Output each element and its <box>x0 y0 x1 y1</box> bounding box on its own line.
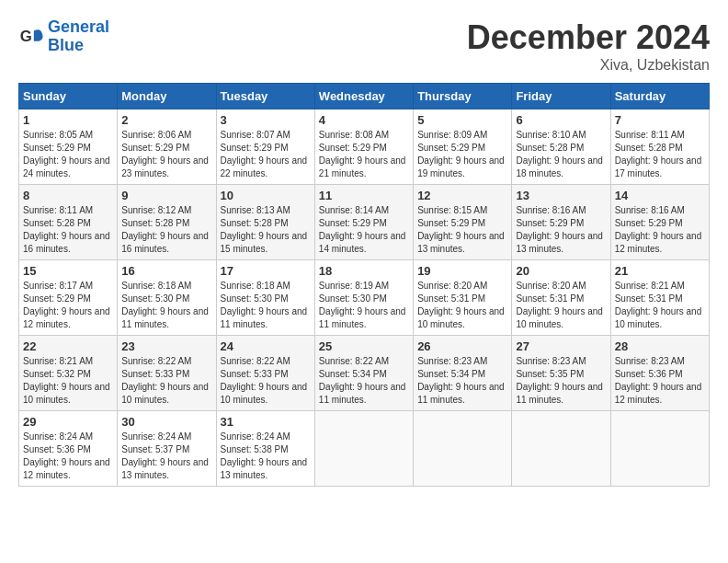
day-number: 11 <box>319 189 409 202</box>
day-number: 22 <box>23 339 113 353</box>
calendar-cell: 15 Sunrise: 8:17 AMSunset: 5:29 PMDaylig… <box>19 260 118 336</box>
calendar-cell: 22 Sunrise: 8:21 AMSunset: 5:32 PMDaylig… <box>19 336 118 411</box>
calendar-cell: 28 Sunrise: 8:23 AMSunset: 5:36 PMDaylig… <box>610 336 709 411</box>
day-info: Sunrise: 8:23 AMSunset: 5:35 PMDaylight:… <box>516 355 606 407</box>
calendar-cell: 20 Sunrise: 8:20 AMSunset: 5:31 PMDaylig… <box>512 260 610 336</box>
day-number: 19 <box>417 264 507 278</box>
calendar-cell: 24 Sunrise: 8:22 AMSunset: 5:33 PMDaylig… <box>216 336 314 411</box>
day-number: 20 <box>516 264 606 278</box>
calendar-cell: 7 Sunrise: 8:11 AMSunset: 5:28 PMDayligh… <box>610 109 709 185</box>
calendar-cell: 23 Sunrise: 8:22 AMSunset: 5:33 PMDaylig… <box>118 336 216 411</box>
day-info: Sunrise: 8:20 AMSunset: 5:31 PMDaylight:… <box>417 280 507 331</box>
day-number: 3 <box>221 113 311 127</box>
calendar-cell: 12 Sunrise: 8:15 AMSunset: 5:29 PMDaylig… <box>414 185 512 260</box>
day-info: Sunrise: 8:06 AMSunset: 5:29 PMDaylight:… <box>121 129 211 180</box>
day-info: Sunrise: 8:22 AMSunset: 5:34 PMDaylight:… <box>319 355 409 407</box>
title-area: December 2024 Xiva, Uzbekistan <box>467 18 710 74</box>
location-title: Xiva, Uzbekistan <box>467 57 710 74</box>
day-info: Sunrise: 8:16 AMSunset: 5:29 PMDaylight:… <box>516 204 606 256</box>
day-info: Sunrise: 8:11 AMSunset: 5:28 PMDaylight:… <box>615 129 705 180</box>
day-number: 26 <box>417 339 507 353</box>
month-title: December 2024 <box>467 18 710 57</box>
calendar-cell: 6 Sunrise: 8:10 AMSunset: 5:28 PMDayligh… <box>512 109 610 185</box>
day-info: Sunrise: 8:09 AMSunset: 5:29 PMDaylight:… <box>417 129 507 180</box>
col-header-wednesday: Wednesday <box>314 84 413 109</box>
day-info: Sunrise: 8:05 AMSunset: 5:29 PMDaylight:… <box>23 129 113 180</box>
day-number: 10 <box>221 189 311 202</box>
calendar-cell: 29 Sunrise: 8:24 AMSunset: 5:36 PMDaylig… <box>19 411 118 487</box>
logo-text: General Blue <box>48 18 109 55</box>
day-number: 13 <box>516 189 606 202</box>
day-info: Sunrise: 8:23 AMSunset: 5:34 PMDaylight:… <box>417 355 507 407</box>
calendar-cell: 19 Sunrise: 8:20 AMSunset: 5:31 PMDaylig… <box>414 260 512 336</box>
day-number: 18 <box>319 264 409 278</box>
day-number: 21 <box>615 264 705 278</box>
day-info: Sunrise: 8:24 AMSunset: 5:38 PMDaylight:… <box>221 431 311 482</box>
day-number: 27 <box>516 339 606 353</box>
calendar-cell <box>314 411 413 487</box>
col-header-friday: Friday <box>512 84 610 109</box>
day-info: Sunrise: 8:18 AMSunset: 5:30 PMDaylight:… <box>121 280 211 331</box>
calendar-week-1: 1 Sunrise: 8:05 AMSunset: 5:29 PMDayligh… <box>19 109 710 185</box>
day-number: 12 <box>417 189 507 202</box>
calendar-cell: 1 Sunrise: 8:05 AMSunset: 5:29 PMDayligh… <box>19 109 118 185</box>
day-info: Sunrise: 8:08 AMSunset: 5:29 PMDaylight:… <box>319 129 409 180</box>
calendar-week-4: 22 Sunrise: 8:21 AMSunset: 5:32 PMDaylig… <box>19 336 710 411</box>
calendar-cell <box>512 411 610 487</box>
col-header-tuesday: Tuesday <box>216 84 314 109</box>
day-info: Sunrise: 8:22 AMSunset: 5:33 PMDaylight:… <box>121 355 211 407</box>
logo: G General Blue <box>18 18 109 55</box>
day-info: Sunrise: 8:19 AMSunset: 5:30 PMDaylight:… <box>319 280 409 331</box>
calendar-cell: 10 Sunrise: 8:13 AMSunset: 5:28 PMDaylig… <box>216 185 314 260</box>
day-info: Sunrise: 8:23 AMSunset: 5:36 PMDaylight:… <box>615 355 705 407</box>
day-number: 2 <box>121 113 211 127</box>
calendar-cell: 18 Sunrise: 8:19 AMSunset: 5:30 PMDaylig… <box>314 260 413 336</box>
day-info: Sunrise: 8:16 AMSunset: 5:29 PMDaylight:… <box>615 204 705 256</box>
calendar-cell: 26 Sunrise: 8:23 AMSunset: 5:34 PMDaylig… <box>414 336 512 411</box>
calendar-cell: 11 Sunrise: 8:14 AMSunset: 5:29 PMDaylig… <box>314 185 413 260</box>
day-number: 29 <box>23 415 113 429</box>
day-number: 7 <box>615 113 705 127</box>
day-number: 8 <box>23 189 113 202</box>
day-info: Sunrise: 8:15 AMSunset: 5:29 PMDaylight:… <box>417 204 507 256</box>
day-info: Sunrise: 8:22 AMSunset: 5:33 PMDaylight:… <box>221 355 311 407</box>
day-info: Sunrise: 8:13 AMSunset: 5:28 PMDaylight:… <box>221 204 311 256</box>
day-number: 30 <box>121 415 211 429</box>
calendar-cell: 13 Sunrise: 8:16 AMSunset: 5:29 PMDaylig… <box>512 185 610 260</box>
calendar-week-5: 29 Sunrise: 8:24 AMSunset: 5:36 PMDaylig… <box>19 411 710 487</box>
calendar-cell: 25 Sunrise: 8:22 AMSunset: 5:34 PMDaylig… <box>314 336 413 411</box>
day-info: Sunrise: 8:24 AMSunset: 5:36 PMDaylight:… <box>23 431 113 482</box>
day-info: Sunrise: 8:21 AMSunset: 5:31 PMDaylight:… <box>615 280 705 331</box>
col-header-monday: Monday <box>118 84 216 109</box>
day-number: 14 <box>615 189 705 202</box>
day-number: 16 <box>121 264 211 278</box>
calendar-cell: 4 Sunrise: 8:08 AMSunset: 5:29 PMDayligh… <box>314 109 413 185</box>
calendar-cell: 30 Sunrise: 8:24 AMSunset: 5:37 PMDaylig… <box>118 411 216 487</box>
day-number: 15 <box>23 264 113 278</box>
calendar-cell: 9 Sunrise: 8:12 AMSunset: 5:28 PMDayligh… <box>118 185 216 260</box>
day-number: 31 <box>221 415 311 429</box>
day-number: 9 <box>121 189 211 202</box>
svg-text:G: G <box>20 27 32 44</box>
day-number: 4 <box>319 113 409 127</box>
calendar-week-2: 8 Sunrise: 8:11 AMSunset: 5:28 PMDayligh… <box>19 185 710 260</box>
day-number: 24 <box>221 339 311 353</box>
calendar-cell: 31 Sunrise: 8:24 AMSunset: 5:38 PMDaylig… <box>216 411 314 487</box>
day-number: 23 <box>121 339 211 353</box>
day-info: Sunrise: 8:07 AMSunset: 5:29 PMDaylight:… <box>221 129 311 180</box>
day-info: Sunrise: 8:14 AMSunset: 5:29 PMDaylight:… <box>319 204 409 256</box>
day-number: 5 <box>417 113 507 127</box>
day-number: 25 <box>319 339 409 353</box>
col-header-thursday: Thursday <box>414 84 512 109</box>
calendar-cell: 27 Sunrise: 8:23 AMSunset: 5:35 PMDaylig… <box>512 336 610 411</box>
calendar-cell: 14 Sunrise: 8:16 AMSunset: 5:29 PMDaylig… <box>610 185 709 260</box>
day-info: Sunrise: 8:17 AMSunset: 5:29 PMDaylight:… <box>23 280 113 331</box>
calendar-cell: 2 Sunrise: 8:06 AMSunset: 5:29 PMDayligh… <box>118 109 216 185</box>
day-info: Sunrise: 8:20 AMSunset: 5:31 PMDaylight:… <box>516 280 606 331</box>
calendar-cell: 17 Sunrise: 8:18 AMSunset: 5:30 PMDaylig… <box>216 260 314 336</box>
logo-icon: G <box>18 24 44 50</box>
day-info: Sunrise: 8:24 AMSunset: 5:37 PMDaylight:… <box>121 431 211 482</box>
col-header-saturday: Saturday <box>610 84 709 109</box>
day-info: Sunrise: 8:21 AMSunset: 5:32 PMDaylight:… <box>23 355 113 407</box>
day-number: 28 <box>615 339 705 353</box>
